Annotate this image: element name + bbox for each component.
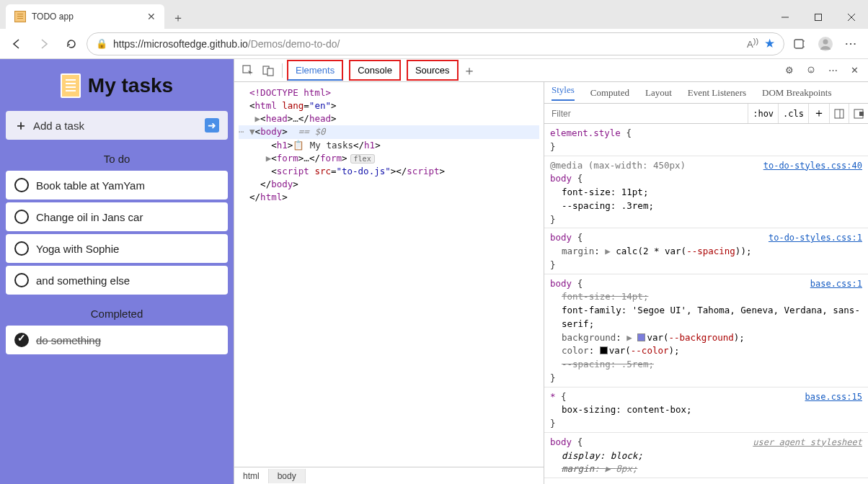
checkbox-icon[interactable] [14,210,29,224]
styles-pane: Styles Computed Layout Event Listeners D… [544,82,868,484]
device-emulation-icon[interactable] [259,61,278,80]
back-button[interactable] [4,32,29,56]
forward-button [32,32,56,56]
maximize-button[interactable] [802,6,835,29]
styles-filter-bar: :hov .cls ＋ [544,104,868,124]
rule-body-base[interactable]: base.css:1 body { font-size: 14pt; font-… [544,274,868,387]
tab-event-listeners[interactable]: Event Listeners [688,87,746,99]
tab-elements[interactable]: Elements [287,60,343,81]
dom-h1-text: 📋 My tasks [293,140,353,151]
task-item[interactable]: and something else [6,266,228,295]
svg-rect-13 [835,109,843,118]
url-field[interactable]: 🔒 https://microsoftedge.github.io/Demos/… [87,32,784,55]
titlebar: TODO app ✕ ＋ [0,0,868,29]
rule-universal[interactable]: base.css:15 * { box-sizing: content-box;… [544,387,868,433]
dom-tree[interactable]: <!DOCTYPE html> <html lang="en"> ▶<head>… [234,82,544,467]
app-title: My tasks [6,73,228,98]
minimize-button[interactable] [769,6,802,29]
task-item[interactable]: Book table at YamYam [6,171,228,200]
feedback-icon[interactable] [802,61,820,80]
close-devtools-icon[interactable]: ✕ [845,61,864,80]
collections-icon[interactable] [787,32,812,56]
refresh-button[interactable] [59,32,84,56]
tab-computed[interactable]: Computed [590,87,629,99]
page-favicon-icon [14,11,26,22]
add-tab-icon[interactable]: ＋ [460,61,479,80]
tab-dom-breakpoints[interactable]: DOM Breakpoints [762,87,831,99]
add-task-button[interactable]: ＋ Add a task ➜ [6,111,228,140]
source-link[interactable]: to-do-styles.css:40 [763,159,862,172]
rule-element-style[interactable]: element.style { } [544,124,868,156]
tasks-icon [61,73,81,98]
task-item[interactable]: Change oil in Jans car [6,202,228,231]
rule-body-margin[interactable]: to-do-styles.css:1 body { margin: ▶ calc… [544,228,868,274]
checkbox-icon[interactable] [14,241,29,256]
rule-user-agent[interactable]: user agent stylesheet body { display: bl… [544,433,868,478]
more-tools-icon[interactable]: ⋯ [823,61,842,80]
read-aloud-icon[interactable]: A)) [747,37,758,50]
source-link[interactable]: base.css:15 [805,390,862,403]
source-link[interactable]: base.css:1 [810,277,862,290]
source-link[interactable]: to-do-styles.css:1 [769,231,862,244]
tab-console[interactable]: Console [349,60,401,81]
computed-sidebar-icon[interactable] [829,104,849,123]
section-todo-title: To do [6,153,228,165]
styles-tabs: Styles Computed Layout Event Listeners D… [544,82,868,104]
tab-title: TODO app [32,12,141,22]
content-area: My tasks ＋ Add a task ➜ To do Book table… [0,59,868,484]
ua-label: user agent stylesheet [753,436,862,449]
todo-app-panel: My tasks ＋ Add a task ➜ To do Book table… [0,59,234,484]
task-label: Yoga with Sophie [36,243,119,255]
flex-editor-icon[interactable] [849,104,868,123]
crumb-body[interactable]: body [269,469,306,483]
dom-selected-marker: == $0 [298,126,326,137]
task-item-done[interactable]: do something [6,326,228,354]
dom-breadcrumb: html body [234,467,544,484]
dom-tree-pane: <!DOCTYPE html> <html lang="en"> ▶<head>… [234,82,544,484]
tab-styles[interactable]: Styles [552,84,575,101]
close-tab-icon[interactable]: ✕ [147,11,156,22]
browser-window: TODO app ✕ ＋ 🔒 https://microsoftedge.git… [0,0,868,484]
new-rule-icon[interactable]: ＋ [808,104,829,123]
checkbox-checked-icon[interactable] [14,333,29,347]
svg-rect-1 [815,14,822,21]
styles-rules[interactable]: element.style { } to-do-styles.css:40 @m… [544,124,868,484]
svg-point-8 [823,39,828,44]
svg-rect-4 [794,40,803,48]
window-controls [769,6,868,29]
svg-point-12 [808,67,814,73]
browser-tab[interactable]: TODO app ✕ [6,4,164,29]
new-tab-button[interactable]: ＋ [167,7,189,29]
crumb-html[interactable]: html [234,469,269,483]
cls-toggle[interactable]: .cls [778,104,808,123]
devtools-toolbar: Elements Console Sources ＋ ⚙ ⋯ ✕ [234,59,868,82]
menu-icon[interactable]: ··· [839,32,864,56]
settings-icon[interactable]: ⚙ [780,61,799,80]
styles-filter-input[interactable] [544,109,748,119]
plus-icon: ＋ [14,117,27,134]
app-title-text: My tasks [88,74,173,97]
profile-icon[interactable] [813,32,838,56]
checkbox-icon[interactable] [14,178,29,192]
svg-rect-11 [267,68,273,76]
submit-arrow-icon[interactable]: ➜ [205,118,219,133]
add-task-label: Add a task [33,120,84,132]
dom-doctype: <!DOCTYPE html> [249,87,331,98]
checkbox-icon[interactable] [14,273,29,287]
tab-layout[interactable]: Layout [645,87,672,99]
address-bar: 🔒 https://microsoftedge.github.io/Demos/… [0,29,868,59]
devtools-panel: Elements Console Sources ＋ ⚙ ⋯ ✕ <!DOCTY… [234,59,868,484]
site-info-icon[interactable]: 🔒 [96,38,107,49]
rule-media-body[interactable]: to-do-styles.css:40 @media (max-width: 4… [544,156,868,229]
hov-toggle[interactable]: :hov [748,104,778,123]
close-window-button[interactable] [835,6,868,29]
inspect-element-icon[interactable] [239,61,257,80]
task-label: Change oil in Jans car [36,211,143,223]
section-done-title: Completed [6,308,228,320]
svg-rect-16 [859,112,864,116]
task-item[interactable]: Yoga with Sophie [6,234,228,263]
tab-sources[interactable]: Sources [407,60,459,81]
task-label: Book table at YamYam [36,179,145,192]
favorite-icon[interactable]: ★ [764,36,775,51]
task-label: and something else [36,274,130,287]
